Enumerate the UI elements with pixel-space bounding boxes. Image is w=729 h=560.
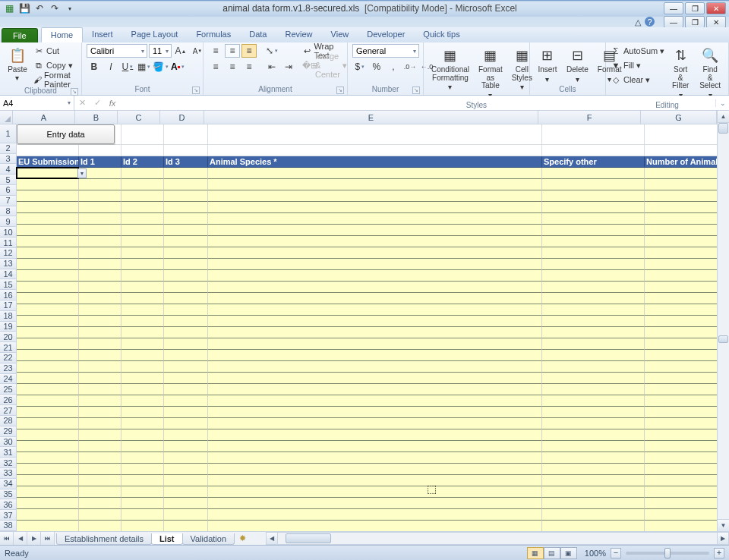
cell-E16[interactable] [208,304,542,316]
scroll-up-icon[interactable]: ▲ [718,111,729,123]
cell-E32[interactable] [208,486,542,498]
cell-F17[interactable] [542,316,645,327]
cell-B28[interactable] [79,441,122,452]
cell-D32[interactable] [164,486,208,498]
cell-D13[interactable] [164,270,208,282]
cell-D1[interactable] [164,124,208,145]
cell-E31[interactable] [208,475,542,486]
cell-B7[interactable] [79,202,122,213]
cell-A35[interactable] [17,521,79,531]
cell-B16[interactable] [79,304,122,316]
vertical-scrollbar[interactable]: ▲ ▼ [717,111,729,531]
dropdown-handle[interactable]: ▼ [77,168,87,178]
cell-F24[interactable] [542,395,645,407]
row-header-35[interactable]: 35 [0,489,17,500]
column-header-F[interactable]: F [538,111,641,124]
cell-A13[interactable] [17,270,79,282]
cell-G7[interactable] [645,202,717,213]
cell-A29[interactable] [17,452,79,464]
cell-B10[interactable] [79,236,122,247]
cell-E4[interactable] [208,168,542,179]
row-header-8[interactable]: 8 [0,206,17,217]
cell-A33[interactable] [17,498,79,509]
cell-E15[interactable] [208,293,542,304]
cell-E30[interactable] [208,464,542,475]
row-header-12[interactable]: 12 [0,248,17,259]
new-sheet-button[interactable]: ✸ [234,532,251,545]
vscroll-split[interactable] [718,335,728,343]
cell-G4[interactable] [645,168,717,179]
cell-A3[interactable]: EU Submission * [17,156,79,168]
cell-F34[interactable] [542,509,645,521]
cell-B21[interactable] [79,361,122,373]
row-header-25[interactable]: 25 [0,384,17,395]
cell-D27[interactable] [164,429,208,441]
cell-C23[interactable] [122,384,164,395]
cell-C17[interactable] [122,316,164,327]
cell-E35[interactable] [208,521,542,531]
cell-B6[interactable] [79,190,122,202]
percent-button[interactable]: % [369,60,384,74]
clipboard-launcher[interactable]: ↘ [71,88,78,96]
cell-A14[interactable] [17,282,79,293]
cell-C31[interactable] [122,475,164,486]
cell-B22[interactable] [79,373,122,384]
cell-A26[interactable] [17,418,79,429]
row-header-5[interactable]: 5 [0,175,17,185]
row-header-4[interactable]: 4 [0,164,17,175]
row-header-27[interactable]: 27 [0,405,17,416]
select-all-corner[interactable] [0,111,13,124]
row-header-34[interactable]: 34 [0,479,17,489]
row-header-3[interactable]: 3 [0,154,17,165]
cell-D11[interactable] [164,247,208,259]
cell-D14[interactable] [164,282,208,293]
cell-A7[interactable] [17,202,79,213]
cell-G6[interactable] [645,190,717,202]
cell-F35[interactable] [542,521,645,531]
cell-A6[interactable] [17,190,79,202]
cell-C27[interactable] [122,429,164,441]
cell-E27[interactable] [208,429,542,441]
cell-G16[interactable] [645,304,717,316]
underline-button[interactable]: U [120,60,135,74]
entry-data-button[interactable]: Entry data [17,124,115,144]
sort-filter-button[interactable]: ⇅Sort & Filter▾ [667,44,693,101]
cell-A25[interactable] [17,407,79,418]
row-header-15[interactable]: 15 [0,279,17,290]
cell-G17[interactable] [645,316,717,327]
cell-C9[interactable] [122,225,164,236]
cell-D9[interactable] [164,225,208,236]
cell-B27[interactable] [79,429,122,441]
cell-C11[interactable] [122,247,164,259]
zoom-out-button[interactable]: − [611,548,621,558]
cell-B18[interactable] [79,327,122,338]
cell-E7[interactable] [208,202,542,213]
row-header-38[interactable]: 38 [0,521,17,531]
cell-F27[interactable] [542,429,645,441]
tab-review[interactable]: Review [276,27,321,42]
cell-B14[interactable] [79,282,122,293]
cell-F10[interactable] [542,236,645,247]
cell-G12[interactable] [645,259,717,270]
row-header-26[interactable]: 26 [0,395,17,405]
cell-E5[interactable] [208,179,542,190]
clear-button[interactable]: ◇Clear ▾ [611,73,664,87]
cell-C7[interactable] [122,202,164,213]
cell-F8[interactable] [542,213,645,225]
undo-icon[interactable]: ↶ [33,2,46,14]
merge-center-button[interactable]: �⊞Merge & Center ▾ [302,58,347,72]
tab-home[interactable]: Home [41,27,83,42]
tab-next-button[interactable]: ▶ [27,532,41,545]
cell-F13[interactable] [542,270,645,282]
normal-view-button[interactable]: ▦ [527,547,544,559]
cell-G21[interactable] [645,361,717,373]
cell-D24[interactable] [164,395,208,407]
cell-D16[interactable] [164,304,208,316]
cell-C32[interactable] [122,486,164,498]
cell-D21[interactable] [164,361,208,373]
cell-F25[interactable] [542,407,645,418]
cell-F9[interactable] [542,225,645,236]
cell-C19[interactable] [122,338,164,350]
cell-C22[interactable] [122,373,164,384]
row-header-20[interactable]: 20 [0,332,17,342]
